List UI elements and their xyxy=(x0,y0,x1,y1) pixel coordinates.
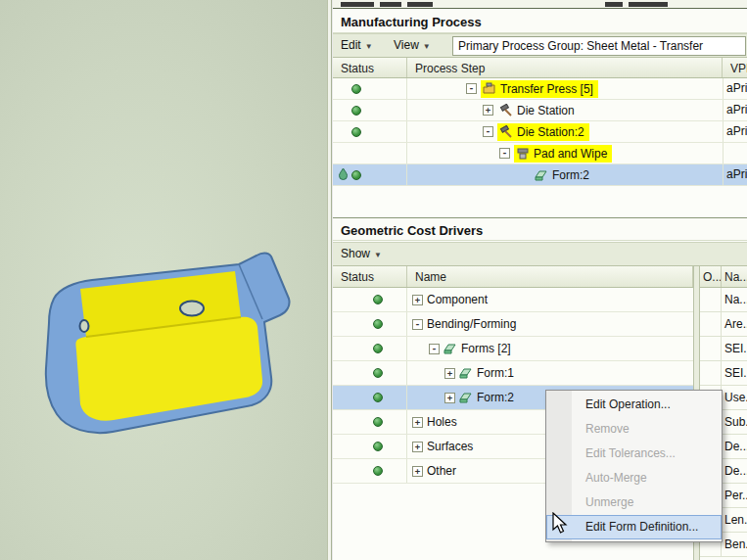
part-hole-small xyxy=(80,320,89,332)
column-header-op[interactable]: O... xyxy=(700,266,722,287)
view-menu-button[interactable]: View▼ xyxy=(386,34,440,57)
clipped-text-fragment xyxy=(605,2,623,7)
yellow-highlight: Transfer Press [5] xyxy=(481,80,598,98)
process-group-field[interactable]: Primary Process Group: Sheet Metal - Tra… xyxy=(452,36,746,56)
manufacturing-process-toolbar: Edit▼ View▼ Primary Process Group: Sheet… xyxy=(333,33,747,58)
expand-toggle[interactable]: + xyxy=(444,368,455,379)
form-icon xyxy=(535,168,548,182)
collapse-toggle[interactable]: - xyxy=(483,126,493,137)
process-row-transfer-press[interactable]: - Transfer Press [5] aPri xyxy=(333,78,747,100)
3d-viewport[interactable] xyxy=(0,0,327,560)
status-ok-icon xyxy=(373,442,383,451)
property-row[interactable]: SEI... xyxy=(700,361,747,386)
process-row-die-station-2[interactable]: - Die Station:2 aPri xyxy=(333,121,747,143)
droplet-icon xyxy=(338,167,349,183)
column-header-na[interactable]: Na... xyxy=(722,266,747,287)
process-row-die-station[interactable]: + Die Station aPri xyxy=(333,100,747,121)
yellow-highlight: Die Station:2 xyxy=(497,123,589,141)
gcd-label: Holes xyxy=(427,415,457,429)
process-step-label: Die Station:2 xyxy=(517,125,584,139)
expand-toggle[interactable]: + xyxy=(483,105,493,116)
status-ok-icon xyxy=(351,170,361,180)
vpe-value: aPri xyxy=(723,164,747,185)
column-header-status[interactable]: Status xyxy=(333,266,407,287)
expand-toggle[interactable]: + xyxy=(412,295,423,305)
property-row[interactable]: Are... xyxy=(700,312,747,337)
collapse-toggle[interactable]: - xyxy=(499,148,510,159)
property-row[interactable]: SEI... xyxy=(700,337,747,361)
menu-item-unmerge: Unmerge xyxy=(546,490,722,515)
status-ok-icon xyxy=(373,466,383,476)
property-row[interactable]: Na... xyxy=(700,288,747,312)
clipped-text-fragment xyxy=(407,2,433,7)
gcd-table-header: Status Name O... Na... xyxy=(333,266,747,288)
status-ok-icon xyxy=(351,84,361,94)
collapse-toggle[interactable]: - xyxy=(412,319,423,330)
gcd-label: Surfaces xyxy=(427,440,473,453)
status-ok-icon xyxy=(373,295,383,304)
vpe-value: aPri xyxy=(723,78,747,99)
manufacturing-process-title: Manufacturing Process xyxy=(333,10,747,33)
clipped-text-fragment xyxy=(629,2,668,7)
pane-divider[interactable] xyxy=(327,0,332,560)
expand-toggle[interactable]: + xyxy=(412,442,423,452)
mouse-cursor-icon xyxy=(551,512,569,539)
show-menu-button[interactable]: Show▼ xyxy=(333,243,391,265)
clipped-text-fragment xyxy=(380,2,401,7)
vpe-value: aPri xyxy=(723,100,747,120)
gcd-label: Bending/Forming xyxy=(427,317,516,331)
menu-item-edit-tolerances: Edit Tolerances... xyxy=(546,442,722,466)
gcd-label: Form:2 xyxy=(477,391,514,404)
pad-wipe-icon xyxy=(516,147,530,161)
chevron-down-icon: ▼ xyxy=(365,42,373,51)
form-icon xyxy=(459,391,473,404)
process-step-label: Form:2 xyxy=(552,168,589,182)
collapse-toggle[interactable]: - xyxy=(429,344,440,354)
gcd-label: Form:1 xyxy=(477,366,514,380)
hammer-icon xyxy=(499,104,513,117)
process-table-header: Status Process Step VPE xyxy=(333,58,747,78)
status-ok-icon xyxy=(373,319,383,329)
context-menu: Edit Operation... Remove Edit Tolerances… xyxy=(545,390,723,542)
clipped-toolbar xyxy=(333,0,747,9)
gcd-row-form-1[interactable]: + Form:1 xyxy=(333,361,693,386)
gcd-label: Forms [2] xyxy=(461,342,511,355)
gcd-label: Component xyxy=(427,293,488,306)
vpe-value xyxy=(723,143,747,163)
status-ok-icon xyxy=(373,417,383,427)
process-row-pad-and-wipe[interactable]: - Pad and Wipe xyxy=(333,143,747,164)
expand-toggle[interactable]: + xyxy=(412,417,423,428)
expand-toggle[interactable]: + xyxy=(444,393,455,403)
form-icon xyxy=(444,342,457,355)
column-header-process-step[interactable]: Process Step xyxy=(407,58,723,77)
hammer-icon xyxy=(499,125,513,139)
process-step-label: Pad and Wipe xyxy=(534,147,607,161)
chevron-down-icon: ▼ xyxy=(374,251,382,259)
gcd-row-forms[interactable]: - Forms [2] xyxy=(333,337,693,361)
menu-item-remove: Remove xyxy=(546,417,722,442)
gcd-row-component[interactable]: + Component xyxy=(333,288,693,312)
gcd-label: Other xyxy=(427,464,456,478)
clipped-text-fragment xyxy=(341,2,374,7)
gcd-row-bending-forming[interactable]: - Bending/Forming xyxy=(333,312,693,337)
column-header-status[interactable]: Status xyxy=(333,58,407,77)
status-ok-icon xyxy=(351,127,361,137)
press-machine-icon xyxy=(483,82,496,96)
menu-item-edit-operation[interactable]: Edit Operation... xyxy=(546,393,722,417)
expand-toggle[interactable]: + xyxy=(412,466,423,477)
gcd-title: Geometric Cost Drivers xyxy=(333,217,747,241)
status-ok-icon xyxy=(373,393,383,402)
form-icon xyxy=(459,366,473,380)
sheet-metal-part xyxy=(0,0,327,560)
process-row-form-2-selected[interactable]: Form:2 aPri xyxy=(333,164,747,186)
collapse-toggle[interactable]: - xyxy=(466,83,477,94)
process-step-label: Die Station xyxy=(517,104,575,117)
menu-item-edit-form-definition[interactable]: Edit Form Definition... xyxy=(546,515,722,539)
column-header-vpe[interactable]: VPE xyxy=(723,58,747,77)
status-ok-icon xyxy=(351,106,361,116)
edit-menu-button[interactable]: Edit▼ xyxy=(333,34,382,57)
menu-item-auto-merge: Auto-Merge xyxy=(546,466,722,490)
vpe-value: aPri xyxy=(723,121,747,142)
part-hole-large xyxy=(180,302,204,316)
column-header-name[interactable]: Name xyxy=(407,266,693,287)
